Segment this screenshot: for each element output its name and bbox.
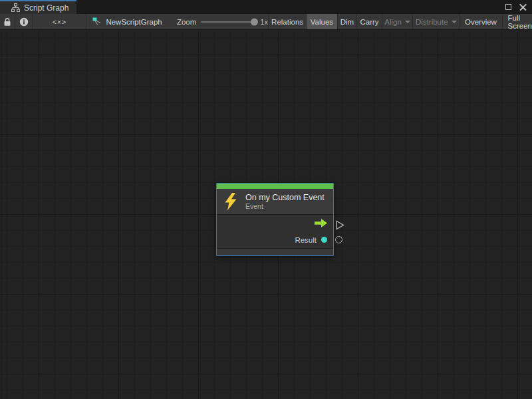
overview-button[interactable]: Overview xyxy=(460,14,502,29)
angle-x-icon: <×> xyxy=(53,18,66,26)
values-label: Values xyxy=(311,18,333,26)
overview-label: Overview xyxy=(465,18,497,26)
graph-name-section[interactable]: NewScriptGraph xyxy=(86,14,172,29)
info-icon xyxy=(19,17,29,27)
value-output-port-row[interactable]: Result xyxy=(217,231,333,248)
zoom-control: Zoom 1x xyxy=(172,14,268,29)
zoom-slider-handle[interactable] xyxy=(251,18,258,25)
chevron-down-icon xyxy=(452,21,457,23)
distribute-label: Distribute xyxy=(416,18,448,26)
zoom-label: Zoom xyxy=(177,18,196,26)
node-accent-bar xyxy=(217,184,333,189)
dim-label: Dim xyxy=(340,18,354,26)
external-value-port[interactable] xyxy=(335,236,342,243)
node-footer xyxy=(217,248,333,255)
tab-script-graph[interactable]: Script Graph xyxy=(0,0,76,14)
node-subtitle: Event xyxy=(245,202,325,211)
fullscreen-label: Full Screen xyxy=(508,14,532,30)
hierarchy-icon xyxy=(11,3,20,12)
carry-toggle[interactable]: Carry xyxy=(357,14,382,29)
chevron-down-icon xyxy=(405,21,410,23)
zoom-slider[interactable] xyxy=(201,14,255,30)
graph-icon xyxy=(92,17,102,26)
node-title: On my Custom Event xyxy=(245,193,325,202)
node-header[interactable]: On my Custom Event Event xyxy=(217,189,333,215)
zoom-to-fit-button[interactable]: <×> xyxy=(33,14,86,29)
align-dropdown[interactable]: Align xyxy=(382,14,413,29)
lock-icon xyxy=(3,17,11,27)
graph-toolbar: <×> NewScriptGraph Zoom 1x Relations Val… xyxy=(0,14,532,30)
titlebar-spacer xyxy=(76,0,495,14)
node-title-block: On my Custom Event Event xyxy=(245,193,325,211)
carry-label: Carry xyxy=(360,18,378,26)
info-button[interactable] xyxy=(15,14,33,29)
window-menu-icon[interactable] xyxy=(495,1,497,13)
graph-name-label: NewScriptGraph xyxy=(106,18,162,26)
node-on-my-custom-event[interactable]: On my Custom Event Event Result xyxy=(216,183,334,256)
relations-label: Relations xyxy=(271,18,303,26)
result-port-label: Result xyxy=(295,236,317,244)
flow-output-port-row[interactable] xyxy=(217,215,333,231)
external-flow-port[interactable] xyxy=(336,220,344,230)
relations-toggle[interactable]: Relations xyxy=(268,14,307,29)
title-bar: Script Graph xyxy=(0,0,532,14)
window-controls xyxy=(495,0,532,14)
align-label: Align xyxy=(384,18,402,26)
zoom-slider-track[interactable] xyxy=(201,21,255,23)
values-toggle[interactable]: Values xyxy=(307,14,337,29)
close-icon[interactable] xyxy=(519,3,527,11)
script-graph-window: Script Graph <×> xyxy=(0,0,532,399)
graph-canvas[interactable]: On my Custom Event Event Result xyxy=(0,31,532,399)
dim-toggle[interactable]: Dim xyxy=(338,14,358,29)
zoom-value: 1x xyxy=(260,18,268,26)
fullscreen-button[interactable]: Full Screen xyxy=(503,14,532,29)
tab-title: Script Graph xyxy=(24,3,68,13)
flow-port-triangle-icon xyxy=(336,220,344,230)
distribute-dropdown[interactable]: Distribute xyxy=(413,14,460,29)
node-body: Result xyxy=(217,215,333,248)
maximize-icon[interactable] xyxy=(505,4,511,10)
flow-arrow-icon xyxy=(315,219,327,227)
value-port-dot-icon[interactable] xyxy=(321,237,327,243)
lock-button[interactable] xyxy=(0,14,15,29)
lightning-bolt-icon xyxy=(224,193,237,211)
